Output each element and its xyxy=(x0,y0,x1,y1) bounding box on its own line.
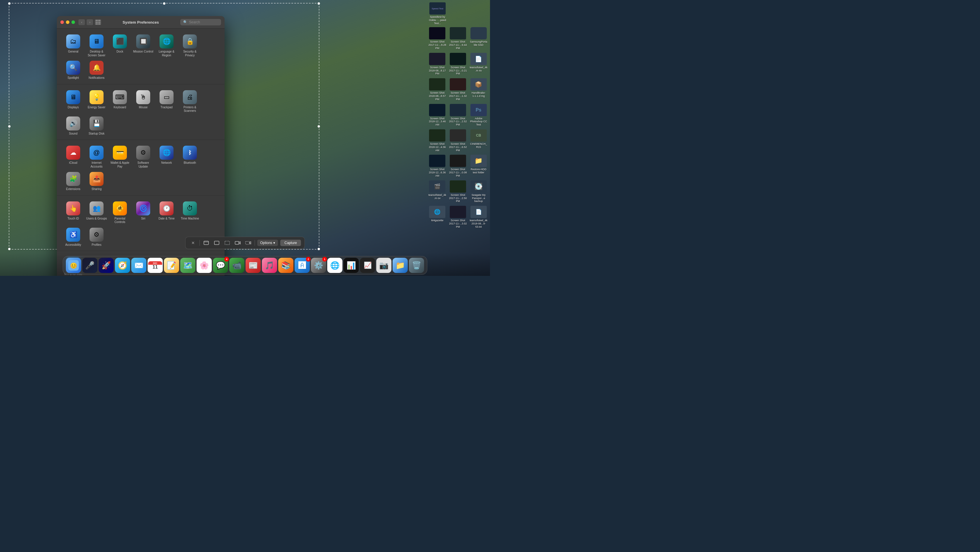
desktop-file-screenshot4[interactable]: Screen Shot 2017-11-...0.21 PM xyxy=(448,52,468,76)
svg-rect-4 xyxy=(235,241,239,244)
capture-button[interactable]: Capture xyxy=(280,240,301,246)
pref-item-spotlight[interactable]: 🔍 Spotlight xyxy=(62,59,85,82)
dock-item-photos[interactable]: 🌸 xyxy=(197,258,212,273)
desktop-file-screenshot14[interactable]: Screen Shot 2017-11-...3.02 PM xyxy=(448,205,468,229)
forward-button[interactable]: › xyxy=(87,19,93,25)
pref-item-security[interactable]: 🔒 Security & Privacy xyxy=(178,33,202,59)
pref-item-sharing[interactable]: 📤 Sharing xyxy=(85,170,108,193)
desktop-file-screenshot9[interactable]: Screen Shot 2018-12...4.36 AM xyxy=(427,128,447,153)
dock-item-launchpad[interactable]: 🚀 xyxy=(99,258,114,273)
dock-item-istatmenus2[interactable]: 📈 xyxy=(360,258,375,273)
desktop-file-screenshot13[interactable]: Screen Shot 2017-11-...2.50 PM xyxy=(448,180,468,204)
desktop-file-screenshot7[interactable]: Screen Shot 2018-12...3.46 AM xyxy=(427,103,447,127)
pref-item-displays[interactable]: 🖥 Displays xyxy=(62,88,85,115)
options-button[interactable]: Options ▾ xyxy=(257,240,278,246)
grid-button[interactable] xyxy=(95,19,101,25)
desktop-file-cinebench[interactable]: CB CINEBENCH_R15 xyxy=(468,128,488,153)
pref-item-users[interactable]: 👥 Users & Groups xyxy=(85,199,108,226)
desktop-file-screenshot6[interactable]: Screen Shot 2017-11-...1.32 PM xyxy=(448,77,468,102)
pref-item-general[interactable]: 🗂 General xyxy=(62,33,85,59)
pref-item-desktop[interactable]: 🖥 Desktop & Screen Saver xyxy=(85,33,108,59)
pref-item-trackpad[interactable]: ▭ Trackpad xyxy=(155,88,178,115)
dock-item-news[interactable]: 📰 xyxy=(246,258,261,273)
capture-selection-btn[interactable] xyxy=(223,239,231,247)
pref-item-profiles[interactable]: ⚙ Profiles xyxy=(85,226,108,249)
desktop-file-screenshot10[interactable]: Screen Shot 2017-11-...6.52 PM xyxy=(448,128,468,153)
dock-item-chrome[interactable]: 🌐 xyxy=(327,258,342,273)
pref-item-extensions[interactable]: 🧩 Extensions xyxy=(62,170,85,193)
search-input[interactable] xyxy=(189,20,218,24)
desktop-file-seagate[interactable]: 💽 Seagate My Passpor...e backup xyxy=(468,180,488,204)
dock-item-safari[interactable]: 🧭 xyxy=(115,258,130,273)
maximize-button[interactable] xyxy=(72,21,75,24)
startup-icon: 💾 xyxy=(89,116,103,131)
pref-item-mission[interactable]: 🔲 Mission Control xyxy=(132,33,155,59)
back-button[interactable]: ‹ xyxy=(78,19,85,25)
pref-item-parental[interactable]: 🚸 Parental Controls xyxy=(108,199,132,226)
pref-item-touchid[interactable]: 👆 Touch ID xyxy=(62,199,85,226)
dock-item-trash[interactable]: 🗑️ xyxy=(409,258,424,273)
pref-item-icloud[interactable]: ☁ iCloud xyxy=(62,144,85,170)
desktop-file-screenshot8[interactable]: Screen Shot 2017-11-...2.52 PM xyxy=(448,103,468,127)
dock-item-sysprefs[interactable]: ⚙️ 1 xyxy=(311,258,326,273)
desktop-file-screenshot5[interactable]: Screen Shot 2018-08...8.57 PM xyxy=(427,77,447,102)
capture-window-btn[interactable] xyxy=(202,239,210,247)
dock-item-facetime[interactable]: 📹 xyxy=(229,258,244,273)
pref-item-network[interactable]: 🌐 Network xyxy=(155,144,178,170)
desktop-file-handbrake[interactable]: 📦 HandBrake-1.1.1.d mg xyxy=(468,77,488,102)
desktop-file-screenshot12[interactable]: Screen Shot 2017-11-...0.08 PM xyxy=(448,154,468,178)
capture-screen-btn[interactable] xyxy=(213,239,221,247)
dock-item-books[interactable]: 📚 xyxy=(278,258,293,273)
notifications-label: Notifications xyxy=(89,76,104,80)
pref-item-notifications[interactable]: 🔔 Notifications xyxy=(85,59,108,82)
dock-item-istatmenus1[interactable]: 📊 xyxy=(344,258,359,273)
pref-item-mouse[interactable]: 🖱 Mouse xyxy=(132,88,155,115)
capture-video-selection-btn[interactable] xyxy=(244,239,252,247)
keyboard-icon: ⌨ xyxy=(113,90,127,104)
dock-item-folder[interactable]: 📁 xyxy=(393,258,408,273)
pref-item-software[interactable]: ⚙ Software Update xyxy=(132,144,155,170)
desktop-file-screenshot11[interactable]: Screen Shot 2018-12...6.36 AM xyxy=(427,154,447,178)
dock-item-finder[interactable]: 😊 xyxy=(66,258,81,273)
pref-item-keyboard[interactable]: ⌨ Keyboard xyxy=(108,88,132,115)
desktop-file-tears3[interactable]: 📄 tearsofsteel_4k 2018-08...9-53.txt xyxy=(468,205,488,229)
desktop-file-screenshot2[interactable]: Screen Shot 2017-11-...9.44 PM xyxy=(448,26,468,51)
dock-item-notes[interactable]: 📝 xyxy=(164,258,179,273)
desktop-file-screenshot3[interactable]: Screen Shot 2018-08...8.17 PM xyxy=(427,52,447,76)
close-capture-button[interactable]: ✕ xyxy=(189,239,197,247)
desktop-file-tears1[interactable]: 📄 tearsofsteel_4k.m 4v xyxy=(468,52,488,76)
pref-item-siri[interactable]: 🌀 Siri xyxy=(132,199,155,226)
close-button[interactable] xyxy=(60,21,64,24)
desktop-file-screenshot1[interactable]: Screen Shot 2017-11-...8.28 PM xyxy=(427,26,447,51)
pref-row-hardware: 🖥 Displays 💡 Energy Saver ⌨ Keyboard xyxy=(62,88,220,137)
pref-item-internet[interactable]: @ Internet Accounts xyxy=(85,144,108,170)
desktop-file-m4gazette[interactable]: 🌐 M4gazette xyxy=(427,205,447,229)
capture-video-screen-btn[interactable] xyxy=(234,239,242,247)
pref-item-timemachine[interactable]: ⏱ Time Machine xyxy=(178,199,202,226)
desktop-file-photoshop[interactable]: Ps Adobe Photoshop CC Test xyxy=(468,103,488,127)
dock-item-mail[interactable]: ✉️ xyxy=(131,258,146,273)
minimize-button[interactable] xyxy=(66,21,69,24)
pref-item-bluetooth[interactable]: ᛒ Bluetooth xyxy=(178,144,202,170)
dock-item-appstore[interactable]: 🅰 2 xyxy=(294,258,310,273)
pref-item-dock[interactable]: ⬛ Dock xyxy=(108,33,132,59)
dock-item-screenshots[interactable]: 📷 xyxy=(376,258,391,273)
pref-item-accessibility[interactable]: ♿ Accessibility xyxy=(62,226,85,249)
desktop-file-tears2[interactable]: 🎬 tearsofsteel_4k.m ov xyxy=(427,180,447,204)
desktop-file-speedtest[interactable]: Speed Test Speedtest by Ookla - ...peed … xyxy=(426,2,449,26)
dock-item-messages[interactable]: 💬 4 xyxy=(213,258,228,273)
pref-item-datetime[interactable]: 🕐 Date & Time xyxy=(155,199,178,226)
desktop-file-restore[interactable]: 📁 Restore-HDD test folder xyxy=(468,154,488,178)
pref-item-sound[interactable]: 🔊 Sound xyxy=(62,115,85,137)
pref-item-language[interactable]: 🌐 Language & Region xyxy=(155,33,178,59)
search-box[interactable]: 🔍 xyxy=(180,19,221,26)
dock-item-siri[interactable]: 🎤 xyxy=(82,258,97,273)
dock-item-calendar[interactable]: DEC 11 xyxy=(148,258,163,273)
dock-item-music[interactable]: 🎵 xyxy=(262,258,277,273)
desktop-file-samsung[interactable]: SamsungPortable SSD xyxy=(468,26,488,51)
pref-item-printers[interactable]: 🖨 Printers & Scanners xyxy=(178,88,202,115)
pref-item-startup[interactable]: 💾 Startup Disk xyxy=(85,115,108,137)
pref-item-wallet[interactable]: 💳 Wallet & Apple Pay xyxy=(108,144,132,170)
dock-item-maps[interactable]: 🗺️ xyxy=(180,258,196,273)
pref-item-energy[interactable]: 💡 Energy Saver xyxy=(85,88,108,115)
